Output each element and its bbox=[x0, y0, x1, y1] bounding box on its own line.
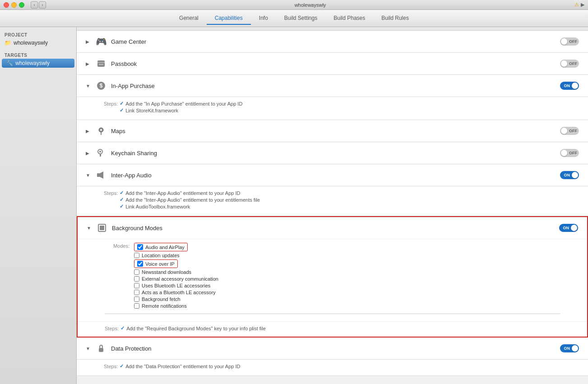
nav-forward-button[interactable]: › bbox=[39, 1, 46, 9]
background-modes-row: ▼ Background Modes ON bbox=[78, 217, 587, 239]
bg-modes-toggle-label: ON bbox=[563, 226, 569, 230]
toolbar: General Capabilities Info Build Settings… bbox=[0, 10, 588, 27]
remote-notifications-item: Remote notifications bbox=[134, 303, 218, 309]
sidebar-project-item[interactable]: 📁 wholewayswly bbox=[0, 38, 76, 47]
iaa-step-3-text: Link AudioToolbox.framework bbox=[125, 204, 190, 209]
iaa-toggle-label: ON bbox=[564, 173, 570, 177]
sidebar-target-item[interactable]: 🔧 wholewayswly bbox=[2, 59, 74, 68]
settings-icon: ▶ bbox=[581, 2, 584, 8]
svg-rect-10 bbox=[97, 173, 100, 177]
iap-step-1: Steps: ✓ Add the "In App Purchase" entit… bbox=[104, 101, 561, 106]
iap-icon: $ bbox=[95, 79, 107, 92]
bg-modes-checkboxes: Modes: Audio and AirPlay Location update… bbox=[78, 239, 587, 321]
game-center-title: Game Center bbox=[111, 38, 556, 45]
dp-icon bbox=[95, 342, 107, 355]
location-updates-checkbox[interactable] bbox=[134, 253, 139, 258]
tab-capabilities[interactable]: Capabilities bbox=[207, 12, 251, 25]
passbook-toggle[interactable]: OFF bbox=[560, 60, 579, 68]
passbook-title: Passbook bbox=[111, 60, 556, 67]
nav-back-button[interactable]: ‹ bbox=[31, 1, 38, 9]
remote-notifications-label: Remote notifications bbox=[142, 303, 187, 309]
svg-rect-1 bbox=[97, 62, 105, 63]
iaa-expand[interactable]: ▼ bbox=[86, 173, 91, 178]
keychain-expand[interactable]: ▶ bbox=[86, 151, 91, 156]
dp-expand[interactable]: ▼ bbox=[86, 346, 91, 351]
iaa-step-1-text: Add the "Inter-App Audio" entitlement to… bbox=[125, 190, 240, 196]
tab-general[interactable]: General bbox=[171, 12, 207, 25]
location-updates-item: Location updates bbox=[134, 253, 218, 258]
minimize-button[interactable] bbox=[11, 2, 17, 8]
game-center-toggle-label: OFF bbox=[569, 39, 577, 44]
bluetooth-le-checkbox[interactable] bbox=[134, 283, 139, 288]
project-section-label: PROJECT bbox=[0, 31, 76, 38]
iap-expand[interactable]: ▼ bbox=[86, 83, 91, 88]
bg-modes-steps: Steps: ✓ Add the "Required Background Mo… bbox=[78, 321, 587, 337]
dp-step-1: Steps: ✓ Add the "Data Protection" entit… bbox=[104, 363, 561, 369]
window-title: wholewayswly bbox=[49, 2, 572, 8]
titlebar: ‹ › wholewayswly ⚠ ▶ bbox=[0, 0, 588, 10]
target-icon: 🔧 bbox=[6, 60, 13, 66]
background-fetch-checkbox[interactable] bbox=[134, 296, 139, 302]
iaa-step-2: Steps: ✓ Add the "Inter-App Audio" entit… bbox=[104, 197, 561, 203]
iaa-toggle[interactable]: ON bbox=[560, 171, 579, 179]
audio-airplay-checkbox[interactable] bbox=[137, 244, 143, 250]
tab-build-settings[interactable]: Build Settings bbox=[276, 12, 325, 25]
tab-info[interactable]: Info bbox=[251, 12, 276, 25]
location-updates-label: Location updates bbox=[142, 253, 180, 258]
dp-steps-label: Steps: bbox=[104, 364, 118, 369]
svg-rect-14 bbox=[99, 348, 103, 352]
background-modes-container: ▼ Background Modes ON Modes: bbox=[77, 216, 588, 338]
dp-toggle[interactable]: ON bbox=[560, 344, 579, 352]
dp-step-1-text: Add the "Data Protection" entitlement to… bbox=[125, 364, 240, 369]
maps-title: Maps bbox=[111, 128, 556, 134]
keychain-icon bbox=[95, 147, 107, 159]
bg-modes-icon bbox=[96, 222, 108, 234]
svg-rect-8 bbox=[100, 153, 101, 157]
bg-modes-toggle[interactable]: ON bbox=[559, 224, 578, 232]
modes-label: Modes: bbox=[105, 243, 130, 249]
voip-checkbox[interactable] bbox=[137, 261, 143, 267]
external-accessory-item: External accessory communication bbox=[134, 276, 218, 282]
keychain-toggle-label: OFF bbox=[569, 151, 577, 155]
act-bluetooth-le-checkbox[interactable] bbox=[134, 290, 139, 295]
maps-expand[interactable]: ▶ bbox=[86, 129, 91, 134]
external-accessory-checkbox[interactable] bbox=[134, 276, 139, 282]
maps-row: ▶ Maps OFF bbox=[77, 120, 588, 142]
newsstand-checkbox[interactable] bbox=[134, 269, 139, 275]
passbook-icon bbox=[95, 57, 107, 70]
remote-notifications-checkbox[interactable] bbox=[134, 303, 139, 309]
game-center-toggle[interactable]: OFF bbox=[560, 37, 579, 46]
iap-step-2: Steps: ✓ Link StoreKit.framework bbox=[104, 107, 561, 113]
bg-modes-expand[interactable]: ▼ bbox=[87, 226, 92, 231]
game-center-expand[interactable]: ▶ bbox=[86, 39, 91, 44]
iaa-icon bbox=[95, 169, 107, 181]
close-button[interactable] bbox=[4, 2, 9, 8]
inter-app-audio-row: ▼ Inter-App Audio ON bbox=[77, 164, 588, 186]
passbook-expand[interactable]: ▶ bbox=[86, 61, 91, 66]
passbook-row: ▶ Passbook OFF bbox=[77, 53, 588, 75]
iap-steps-label: Steps: bbox=[104, 101, 118, 106]
in-app-purchase-row: ▼ $ In-App Purchase ON bbox=[77, 75, 588, 97]
newsstand-item: Newsstand downloads bbox=[134, 269, 218, 275]
svg-point-6 bbox=[100, 129, 102, 131]
nav-buttons: ‹ › bbox=[31, 1, 46, 9]
bluetooth-le-label: Uses Bluetooth LE accessories bbox=[142, 283, 210, 288]
iap-title: In-App Purchase bbox=[111, 83, 556, 89]
iap-toggle[interactable]: ON bbox=[560, 82, 579, 90]
maximize-button[interactable] bbox=[19, 2, 24, 8]
game-center-icon: 🎮 bbox=[95, 35, 107, 48]
iaa-step-1: Steps: ✓ Add the "Inter-App Audio" entit… bbox=[104, 190, 561, 196]
target-name: wholewayswly bbox=[15, 60, 50, 66]
tab-build-rules[interactable]: Build Rules bbox=[373, 12, 417, 25]
keychain-title: Keychain Sharing bbox=[111, 150, 556, 157]
maps-icon bbox=[95, 125, 107, 137]
audio-airplay-label: Audio and AirPlay bbox=[145, 245, 185, 250]
voip-item: Voice over IP bbox=[134, 259, 178, 268]
passbook-toggle-label: OFF bbox=[569, 61, 577, 66]
keychain-toggle[interactable]: OFF bbox=[560, 149, 579, 157]
tab-build-phases[interactable]: Build Phases bbox=[325, 12, 373, 25]
act-bluetooth-le-label: Acts as a Bluetooth LE accessory bbox=[142, 290, 216, 295]
svg-point-9 bbox=[99, 151, 101, 153]
bg-modes-step-1-text: Add the "Required Background Modes" key … bbox=[126, 326, 266, 331]
maps-toggle[interactable]: OFF bbox=[560, 127, 579, 135]
